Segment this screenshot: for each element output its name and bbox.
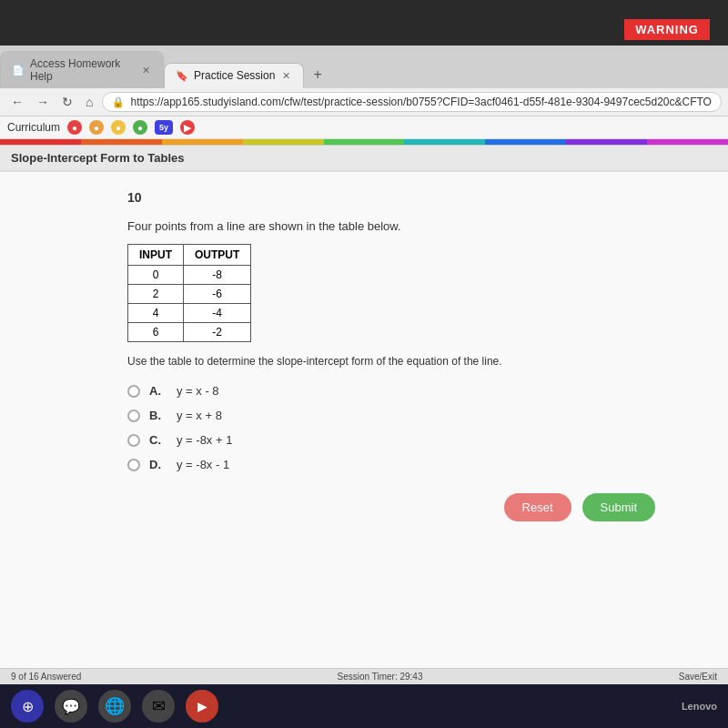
tab-bar: 📄 Access Homework Help ✕ 🔖 Practice Sess… — [0, 46, 728, 88]
answer-choices: A. y = x - 8 B. y = x + 8 C. y = -8x + 1 — [127, 384, 692, 471]
table-cell-output-1: -6 — [184, 285, 251, 304]
taskbar-mail[interactable]: ✉ — [142, 690, 175, 723]
questions-answered: 9 of 16 Answered — [11, 672, 81, 682]
choice-label-c: C. — [149, 433, 167, 447]
radio-b[interactable] — [127, 410, 140, 422]
choice-text-d: y = -8x - 1 — [177, 458, 229, 471]
progress-bar — [0, 139, 728, 145]
back-button[interactable]: ← — [7, 93, 27, 111]
table-row: 4 -4 — [128, 304, 251, 323]
progress-seg-6 — [404, 139, 485, 145]
tab-icon-homework: 📄 — [12, 65, 25, 76]
bookmark-icon-3[interactable]: ● — [111, 120, 126, 135]
bookmark-circle-4: ● — [133, 120, 147, 135]
answer-choice-c[interactable]: C. y = -8x + 1 — [127, 433, 692, 447]
bookmark-icon-5[interactable]: ▶ — [180, 120, 195, 135]
progress-seg-2 — [81, 139, 162, 145]
tab-homework-help[interactable]: 📄 Access Homework Help ✕ — [0, 51, 164, 88]
progress-seg-1 — [0, 139, 81, 145]
bookmark-5y[interactable]: 5y — [155, 120, 173, 135]
table-row: 2 -6 — [128, 285, 251, 304]
bookmark-icon-1[interactable]: ● — [67, 120, 82, 135]
table-cell-output-0: -8 — [184, 266, 251, 285]
bookmark-curriculum[interactable]: Curriculum — [7, 121, 60, 134]
bookmark-circle-3: ● — [111, 120, 126, 135]
save-exit[interactable]: Save/Exit — [679, 672, 717, 682]
progress-seg-9 — [647, 139, 728, 145]
new-tab-button[interactable]: + — [304, 61, 330, 88]
refresh-button[interactable]: ↻ — [58, 93, 76, 111]
search-icon: ⊕ — [22, 698, 34, 715]
answer-choice-b[interactable]: B. y = x + 8 — [127, 409, 692, 422]
session-timer: Session Timer: 29:43 — [338, 672, 423, 682]
choice-text-b: y = x + 8 — [177, 409, 222, 422]
choice-label-d: D. — [149, 458, 167, 471]
warning-badge: WARNING — [624, 19, 710, 40]
reset-button[interactable]: Reset — [504, 493, 571, 521]
page-header: Slope-Intercept Form to Tables — [0, 146, 728, 172]
forward-button[interactable]: → — [33, 93, 53, 111]
choice-label-a: A. — [149, 384, 167, 398]
table-row: 6 -2 — [128, 323, 251, 342]
main-content: 10 Four points from a line are shown in … — [0, 172, 728, 668]
bookmark-circle-5: ▶ — [180, 120, 195, 135]
table-cell-input-2: 4 — [128, 304, 184, 323]
tab-label-homework: Access Homework Help — [30, 57, 135, 83]
taskbar-video[interactable]: ▶ — [186, 690, 218, 723]
table-cell-input-0: 0 — [128, 266, 184, 285]
choice-label-b: B. — [149, 409, 167, 422]
table-header-input: INPUT — [128, 245, 184, 266]
progress-seg-5 — [324, 139, 405, 145]
url-text: https://app165.studyisland.com/cfw/test/… — [130, 96, 711, 108]
brand-label: Lenovo — [682, 701, 717, 712]
progress-seg-3 — [162, 139, 243, 145]
video-icon: ▶ — [197, 699, 207, 713]
progress-seg-8 — [566, 139, 647, 145]
bookmarks-bar: Curriculum ● ● ● ● 5y ▶ — [0, 116, 728, 139]
page-title: Slope-Intercept Form to Tables — [11, 151, 184, 165]
lock-icon: 🔒 — [112, 96, 125, 108]
data-table: INPUT OUTPUT 0 -8 2 -6 — [127, 244, 251, 342]
radio-a[interactable] — [127, 385, 140, 398]
bookmark-icon-2[interactable]: ● — [89, 120, 104, 135]
radio-c[interactable] — [127, 434, 140, 447]
instruction-text: Use the table to determine the slope-int… — [127, 355, 692, 368]
table-cell-output-3: -2 — [184, 323, 251, 342]
top-bezel: WARNING — [0, 0, 728, 46]
bookmark-curriculum-label: Curriculum — [7, 121, 60, 134]
browser-chrome: 📄 Access Homework Help ✕ 🔖 Practice Sess… — [0, 46, 728, 146]
chrome-icon: 🌐 — [105, 696, 125, 716]
bookmark-5y-icon: 5y — [155, 120, 173, 135]
bookmark-circle-2: ● — [89, 120, 104, 135]
taskbar: ⊕ 💬 🌐 ✉ ▶ Lenovo — [0, 684, 728, 728]
answer-choice-d[interactable]: D. y = -8x - 1 — [127, 458, 692, 471]
tab-close-practice[interactable]: ✕ — [280, 70, 292, 82]
taskbar-browser[interactable]: 💬 — [55, 690, 87, 723]
taskbar-chrome[interactable]: 🌐 — [98, 690, 131, 723]
home-button[interactable]: ⌂ — [82, 93, 96, 111]
table-cell-output-2: -4 — [184, 304, 251, 323]
tab-close-homework[interactable]: ✕ — [140, 65, 152, 76]
address-bar[interactable]: 🔒 https://app165.studyisland.com/cfw/tes… — [102, 92, 721, 112]
question-text: Four points from a line are shown in the… — [127, 219, 692, 233]
tab-practice-session[interactable]: 🔖 Practice Session ✕ — [164, 63, 304, 88]
browser-icon: 💬 — [62, 698, 80, 715]
page-body: Slope-Intercept Form to Tables 10 Four p… — [0, 146, 728, 684]
radio-d[interactable] — [127, 459, 140, 471]
address-bar-row: ← → ↻ ⌂ 🔒 https://app165.studyisland.com… — [0, 88, 728, 116]
table-header-output: OUTPUT — [184, 245, 251, 266]
status-bar: 9 of 16 Answered Session Timer: 29:43 Sa… — [0, 668, 728, 684]
table-cell-input-1: 2 — [128, 285, 184, 304]
answer-choice-a[interactable]: A. y = x - 8 — [127, 384, 692, 398]
progress-seg-4 — [243, 139, 324, 145]
choice-text-a: y = x - 8 — [177, 384, 219, 398]
button-row: Reset Submit — [127, 493, 692, 521]
tab-icon-practice: 🔖 — [176, 70, 188, 82]
progress-seg-7 — [485, 139, 566, 145]
submit-button[interactable]: Submit — [582, 493, 655, 521]
taskbar-search[interactable]: ⊕ — [11, 690, 44, 723]
choice-text-c: y = -8x + 1 — [177, 433, 232, 447]
mail-icon: ✉ — [152, 696, 166, 716]
tab-label-practice: Practice Session — [194, 69, 275, 82]
bookmark-icon-4[interactable]: ● — [133, 120, 147, 135]
